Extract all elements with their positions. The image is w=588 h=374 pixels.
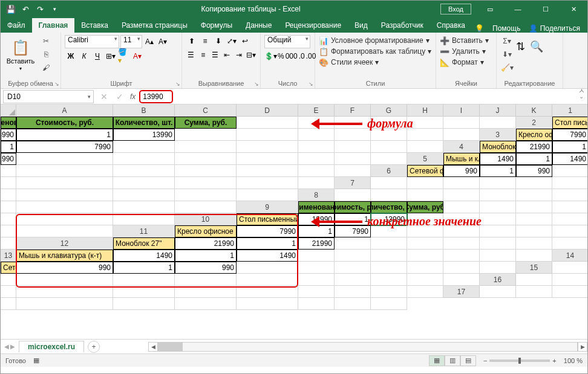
- table-cell-sum[interactable]: 21990: [298, 237, 335, 250]
- empty-cell[interactable]: [480, 225, 516, 237]
- sheet-tab[interactable]: microexcel.ru: [19, 341, 84, 352]
- empty-cell[interactable]: [552, 237, 587, 250]
- paste-button[interactable]: 📋 Вставить ▾: [4, 35, 37, 75]
- row-header[interactable]: 11: [113, 225, 175, 237]
- table-cell-name[interactable]: Кресло офисное: [175, 225, 237, 237]
- empty-cell[interactable]: [113, 274, 175, 286]
- empty-cell[interactable]: [516, 274, 552, 286]
- format-cells-button[interactable]: 📐Формат▾: [440, 57, 492, 68]
- empty-cell[interactable]: [298, 153, 335, 165]
- align-middle-icon[interactable]: ≡: [199, 35, 211, 47]
- column-header[interactable]: I: [443, 105, 480, 117]
- minimize-icon[interactable]: —: [504, 1, 532, 18]
- table-cell-qty[interactable]: 1: [298, 225, 335, 237]
- zoom-level[interactable]: 100 %: [564, 357, 583, 364]
- scroll-right-icon[interactable]: ▶: [578, 342, 587, 352]
- empty-cell[interactable]: [552, 286, 587, 298]
- empty-cell[interactable]: [175, 201, 237, 213]
- empty-cell[interactable]: [335, 165, 371, 177]
- table-cell-qty[interactable]: 1: [516, 153, 552, 165]
- ribbon-options-icon[interactable]: ▭: [476, 1, 504, 18]
- row-header[interactable]: 14: [552, 250, 587, 262]
- empty-cell[interactable]: [371, 286, 407, 298]
- empty-cell[interactable]: [552, 225, 587, 237]
- empty-cell[interactable]: [335, 237, 371, 250]
- empty-cell[interactable]: [443, 117, 480, 129]
- tab-pagelayout[interactable]: Разметка страницы: [115, 18, 194, 33]
- empty-cell[interactable]: [516, 250, 552, 262]
- zoom-out-icon[interactable]: −: [483, 357, 487, 364]
- macro-record-icon[interactable]: ▦: [33, 356, 39, 364]
- empty-cell[interactable]: [335, 250, 371, 262]
- empty-cell[interactable]: [335, 298, 371, 310]
- table-cell-cost[interactable]: 13990: [1, 129, 16, 141]
- italic-button[interactable]: К: [78, 50, 90, 62]
- alignment-launcher-icon[interactable]: ↘: [254, 81, 259, 87]
- empty-cell[interactable]: [237, 165, 298, 177]
- row-header[interactable]: 10: [175, 213, 237, 225]
- row-header[interactable]: 12: [16, 237, 113, 250]
- empty-cell[interactable]: [480, 177, 516, 189]
- page-break-view-icon[interactable]: ▤: [460, 355, 476, 366]
- empty-cell[interactable]: [552, 189, 587, 201]
- empty-cell[interactable]: [516, 286, 552, 298]
- empty-cell[interactable]: [371, 298, 407, 310]
- empty-cell[interactable]: [480, 250, 516, 262]
- increase-font-icon[interactable]: A▴: [143, 36, 155, 48]
- tab-review[interactable]: Рецензирование: [278, 18, 348, 33]
- lightbulb-icon[interactable]: 💡: [475, 24, 484, 33]
- name-box[interactable]: D10▾: [3, 90, 94, 103]
- empty-cell[interactable]: [298, 250, 335, 262]
- table-cell-qty[interactable]: 1: [113, 262, 175, 274]
- empty-cell[interactable]: [16, 165, 113, 177]
- table-cell-cost[interactable]: 7990: [552, 129, 587, 141]
- empty-cell[interactable]: [237, 129, 298, 141]
- table-cell-cost[interactable]: 1490: [113, 250, 175, 262]
- table-cell-name[interactable]: Кресло офисное: [516, 129, 552, 141]
- empty-cell[interactable]: [516, 213, 552, 225]
- empty-cell[interactable]: [335, 262, 371, 274]
- underline-button[interactable]: Ч: [91, 50, 103, 62]
- help-label[interactable]: Помощь: [492, 24, 520, 33]
- cancel-formula-icon[interactable]: ✕: [96, 90, 112, 103]
- empty-cell[interactable]: [407, 262, 443, 274]
- empty-cell[interactable]: [1, 237, 16, 250]
- table-cell-name[interactable]: Моноблок 27": [113, 237, 175, 250]
- empty-cell[interactable]: [113, 201, 175, 213]
- increase-indent-icon[interactable]: ⇥: [234, 49, 244, 61]
- clipboard-launcher-icon[interactable]: ↘: [54, 81, 59, 87]
- empty-cell[interactable]: [516, 177, 552, 189]
- currency-icon[interactable]: 💲▾: [264, 50, 276, 62]
- tab-home[interactable]: Главная: [32, 18, 75, 33]
- column-header[interactable]: B: [113, 105, 175, 117]
- empty-cell[interactable]: [237, 262, 298, 274]
- table-header-cell[interactable]: Наименование: [1, 117, 16, 129]
- table-cell-qty[interactable]: 1: [16, 129, 113, 141]
- empty-cell[interactable]: [1, 189, 16, 201]
- empty-cell[interactable]: [407, 237, 443, 250]
- empty-cell[interactable]: [1, 201, 16, 213]
- empty-cell[interactable]: [1, 274, 16, 286]
- empty-cell[interactable]: [480, 201, 516, 213]
- row-header[interactable]: 2: [516, 117, 552, 129]
- qat-customize-icon[interactable]: ▾: [48, 2, 61, 16]
- empty-cell[interactable]: [443, 201, 480, 213]
- table-cell-cost[interactable]: 21990: [175, 237, 237, 250]
- empty-cell[interactable]: [443, 274, 480, 286]
- table-cell-cost[interactable]: 1490: [480, 153, 516, 165]
- row-header[interactable]: 5: [407, 153, 443, 165]
- row-header[interactable]: 7: [335, 177, 371, 189]
- empty-cell[interactable]: [407, 274, 443, 286]
- share-button[interactable]: 👤 Поделиться: [529, 24, 580, 33]
- tab-view[interactable]: Вид: [348, 18, 374, 33]
- empty-cell[interactable]: [371, 262, 407, 274]
- collapse-ribbon-icon[interactable]: ㅅ: [578, 86, 585, 95]
- align-top-icon[interactable]: ⬆: [186, 35, 198, 47]
- decrease-indent-icon[interactable]: ⇤: [221, 49, 232, 61]
- tab-formulas[interactable]: Формулы: [194, 18, 239, 33]
- empty-cell[interactable]: [237, 274, 298, 286]
- empty-cell[interactable]: [552, 213, 587, 225]
- border-icon[interactable]: ⊞▾: [105, 50, 117, 62]
- account-button[interactable]: Вход: [440, 4, 471, 15]
- column-header[interactable]: C: [175, 105, 237, 117]
